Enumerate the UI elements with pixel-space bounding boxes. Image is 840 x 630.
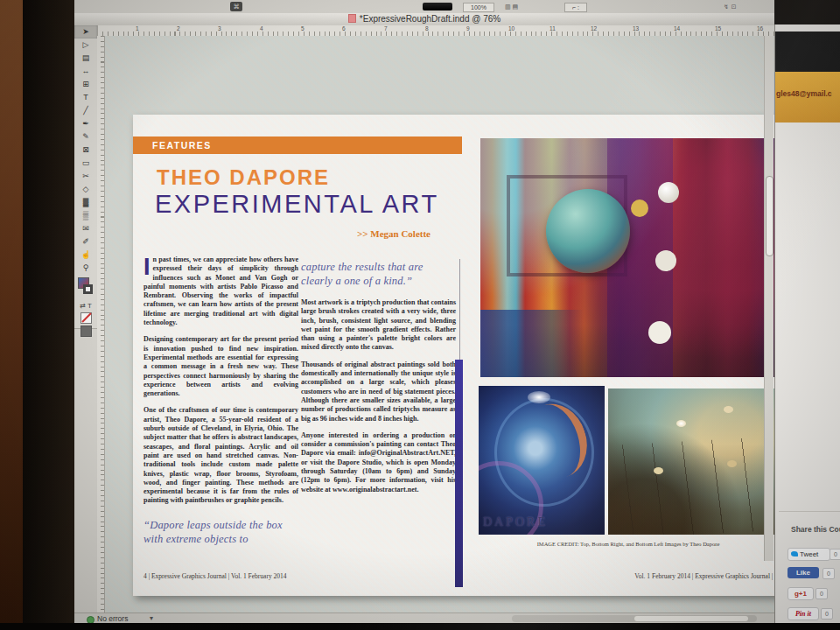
vertical-ruler [97,36,105,612]
tool-palette: ➤ ▷ ▤ ↔ ⊞ T ╱ ✒ ✎ ⊠ ▭ ✂ ◇ ▓ ▒ ✉ ✐ ☝ ⚲ ⇄ … [74,25,98,329]
apply-none-button[interactable] [80,312,92,324]
tweet-count: 0 [830,549,840,560]
gradient-swatch-tool-icon[interactable]: ▓ [74,196,97,209]
browser-account-band: gles48@ymail.c [775,72,840,122]
article-title-line1: THEO DAPORE [157,165,330,190]
pen-tool-icon[interactable]: ✒ [74,117,97,130]
magazine-spread[interactable]: FEATURES THEO DAPORE EXPERIMENTAL ART >>… [133,115,774,596]
gradient-feather-tool-icon[interactable]: ▒ [74,209,97,222]
horizontal-scroll-thumb[interactable] [634,616,748,621]
ruler-number: 2 [177,25,180,32]
type-tool-icon[interactable]: T [74,91,97,104]
ruler-number: 3 [218,25,221,32]
tweet-button[interactable]: Tweet [788,548,830,561]
screen-mode-button[interactable] [80,326,92,337]
features-banner: FEATURES [133,136,462,154]
workspace-icons[interactable]: ↯⊡ [724,3,759,10]
artwork-bottom-left-swirl[interactable]: DAPORE [479,386,605,535]
monitor-bezel-bottom [0,623,840,630]
text-frame-column1[interactable]: In past times, we can appreciate how oth… [144,256,298,546]
pencil-tool-icon[interactable]: ✎ [74,130,97,144]
preflight-ok-icon [87,616,94,623]
drop-cap: I [144,256,150,277]
content-collector-tool-icon[interactable]: ⊞ [74,78,97,91]
document-title-bar[interactable]: *ExpressiveRoughDraft.indd @ 76% [74,13,774,26]
frame-tool-icon[interactable]: ⊠ [74,144,97,157]
page-tool-icon[interactable]: ▤ [74,52,97,65]
column-rule [459,259,460,360]
page-footer-left: 4 | Expressive Graphics Journal | Vol. 1… [144,572,287,580]
divider [779,511,840,512]
selection-tool-icon[interactable]: ➤ [74,25,97,38]
artwork-bottom-right-floral[interactable] [608,388,774,535]
pinit-count: 0 [821,608,833,620]
section-label: FEATURES [152,140,212,150]
document-title: *ExpressiveRoughDraft.indd @ 76% [360,14,500,24]
google-plus-one-button[interactable]: g+1 [788,587,814,600]
pull-quote-part2: capture the results that are clearly a o… [301,260,456,288]
hand-tool-icon[interactable]: ☝ [74,248,97,262]
paragraph: Most artwork is a triptych production th… [301,298,456,353]
zoom-tool-icon[interactable]: ⚲ [74,262,97,275]
free-transform-tool-icon[interactable]: ◇ [74,183,97,196]
note-tool-icon[interactable]: ✉ [74,222,97,235]
vertical-scroll-thumb[interactable] [766,176,774,256]
direct-selection-tool-icon[interactable]: ▷ [74,38,97,52]
monitor-bezel-topright [774,0,840,24]
paragraph: In past times, we can appreciate how oth… [144,256,298,327]
ruler-number: 11 [550,25,556,32]
article-title-line2: EXPERIMENTAL ART [155,190,439,219]
artwork-detail [614,438,771,535]
paragraph: Thousands of original abstract paintings… [301,360,456,424]
pinterest-pin-button[interactable]: Pin it [788,607,819,620]
artwork-detail [528,391,550,403]
text-frame-column2[interactable]: capture the results that are clearly a o… [301,260,456,502]
page-footer-right: Vol. 1 February 2014 | Expressive Graphi… [479,572,774,580]
line-tool-icon[interactable]: ╱ [74,104,97,117]
swap-fill-stroke-icon[interactable]: ⇄ T [74,301,97,312]
horizontal-scrollbar[interactable] [512,615,757,622]
byline: >> Megan Colette [299,228,430,239]
white-circles [658,182,679,203]
ruler-number: 9 [466,25,470,32]
scale-input[interactable]: 100% [463,3,494,12]
ruler-ticks [101,36,104,612]
rectangle-tool-icon[interactable]: ▭ [74,157,97,170]
artwork-detail [480,310,584,377]
preflight-status[interactable]: No errors [97,614,128,623]
modified-document-icon [348,14,356,23]
paragraph: Anyone interested in ordering a producti… [301,431,456,494]
corner-options[interactable]: ⌐ : [564,3,587,12]
stroke-swatch[interactable] [83,284,93,294]
ruler-number: 6 [342,25,346,32]
vertical-scrollbar[interactable] [764,36,774,561]
paragraph: One of the craftsmen of our time is cont… [144,406,298,505]
like-count: 0 [822,568,835,579]
gplus-count: 0 [816,588,828,599]
align-icons[interactable]: ▥▤ [505,3,531,10]
artwork-detail [676,420,686,427]
status-bar: No errors ▾ [74,612,774,623]
desk-wood-edge [0,0,24,630]
ruler-number: 8 [425,25,429,32]
yellow-circles [631,200,648,217]
gap-tool-icon[interactable]: ↔ [74,65,97,78]
paragraph: Designing contemporary art for the prese… [144,335,298,398]
control-bar: ⌘ 100% ▥▤ ⌐ : ↯⊡ [74,0,774,14]
facebook-like-button[interactable]: Like [788,567,819,578]
stroke-preview[interactable] [423,3,452,10]
eyedropper-tool-icon[interactable]: ✐ [74,235,97,248]
preflight-menu-caret[interactable]: ▾ [150,614,153,622]
paragraph-text: n past times, we can appreciate how othe… [144,256,298,326]
artwork-top-abstract[interactable] [480,138,774,377]
pasteboard[interactable]: FEATURES THEO DAPORE EXPERIMENTAL ART >>… [104,36,774,612]
scissors-tool-icon[interactable]: ✂ [74,170,97,183]
twitter-bird-icon [791,551,798,556]
image-credit: IMAGE CREDIT: Top, Bottom Right, and Bot… [479,541,774,547]
ruler-number: 13 [633,25,639,32]
artist-signature: DAPORE [483,515,548,529]
ruler-number: 15 [715,25,721,32]
app-icon: ⌘ [230,2,242,11]
fill-stroke-swatches[interactable] [74,275,97,301]
ruler-number: 7 [384,25,388,32]
